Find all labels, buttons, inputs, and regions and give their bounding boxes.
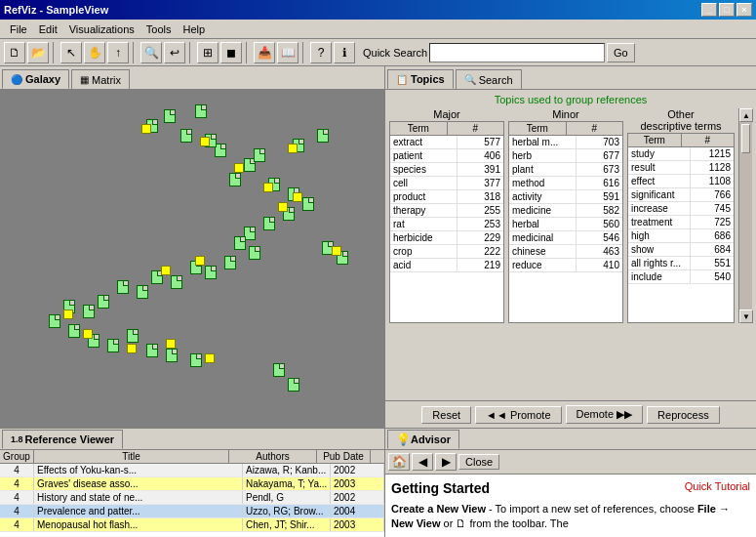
minor-table-row[interactable]: reduce410 [509, 259, 622, 272]
sep4 [246, 42, 250, 63]
col-scroll-space [371, 450, 384, 463]
major-table-row[interactable]: crop222 [390, 245, 503, 259]
tab-galaxy[interactable]: 🔵 Galaxy [2, 69, 69, 89]
major-table-row[interactable]: species391 [390, 163, 503, 177]
minor-table-row[interactable]: herb677 [509, 149, 622, 163]
advisor-close-button[interactable]: Close [458, 454, 499, 470]
search-tab-icon: 🔍 [464, 74, 476, 85]
tab-matrix[interactable]: ▦ Matrix [71, 69, 130, 89]
sep1 [53, 42, 57, 63]
other-table-row[interactable]: all rights r...551 [628, 257, 734, 270]
topics-scrollbar[interactable]: ▲ ▼ [738, 108, 752, 323]
up-tool[interactable]: ↑ [107, 42, 129, 63]
yellow-marker [127, 344, 137, 353]
minimize-button[interactable]: _ [701, 3, 717, 17]
tab-topics[interactable]: 📋 Topics [387, 69, 454, 89]
minor-table-row[interactable]: method616 [509, 177, 622, 190]
promote-button[interactable]: ◄◄ Promote [475, 406, 561, 424]
other-table-row[interactable]: show684 [628, 243, 734, 257]
go-button[interactable]: Go [607, 43, 635, 62]
tab-ref-viewer[interactable]: 1.8 Reference Viewer [2, 430, 123, 449]
reset-button[interactable]: Reset [421, 406, 471, 424]
major-table-row[interactable]: patient406 [390, 149, 503, 163]
yellow-marker [166, 339, 176, 349]
cursor-tool[interactable]: ↖ [60, 42, 82, 63]
other-table-row[interactable]: result1128 [628, 161, 734, 175]
minor-table-row[interactable]: chinese463 [509, 245, 622, 259]
rotate-tool[interactable]: ↩ [164, 42, 185, 63]
minor-table-row[interactable]: activity591 [509, 190, 622, 204]
major-table-row[interactable]: cell377 [390, 177, 503, 190]
doc-icon [117, 280, 129, 294]
minor-table-row[interactable]: herbal m...703 [509, 136, 622, 149]
advisor-home-btn[interactable]: 🏠 [388, 453, 410, 471]
minor-table-row[interactable]: herbal560 [509, 218, 622, 231]
major-table-row[interactable]: herbicide229 [390, 231, 503, 245]
right-panel: 📋 Topics 🔍 Search Topics used to group r… [385, 66, 756, 428]
major-table-row[interactable]: acid219 [390, 259, 503, 272]
major-table-row[interactable]: therapy255 [390, 204, 503, 218]
ref-table-row[interactable]: 4 Effects of Yoku-kan-s... Aizawa, R; Ka… [0, 464, 384, 477]
other-table-row[interactable]: treatment725 [628, 216, 734, 229]
quick-tutorial-link[interactable]: Quick Tutorial [685, 480, 750, 492]
scroll-down-btn[interactable]: ▼ [739, 310, 753, 323]
search-tool[interactable]: 🔍 [140, 42, 162, 63]
info-tool[interactable]: ℹ [334, 42, 355, 63]
scroll-up-btn[interactable]: ▲ [739, 108, 753, 122]
tab-search[interactable]: 🔍 Search [456, 69, 522, 89]
galaxy-canvas[interactable] [0, 90, 384, 428]
fill-tool[interactable]: ◼ [220, 42, 242, 63]
ref-table-row[interactable]: 4 History and state of ne... Pendl, G 20… [0, 491, 384, 505]
scroll-thumb[interactable] [741, 124, 750, 153]
major-table-row[interactable]: product318 [390, 190, 503, 204]
pan-tool[interactable]: ✋ [84, 42, 105, 63]
menu-edit[interactable]: Edit [33, 21, 63, 37]
menu-help[interactable]: Help [177, 21, 211, 37]
other-table-row[interactable]: include540 [628, 270, 734, 284]
yellow-marker [332, 246, 341, 256]
doc-icon [254, 148, 265, 162]
advisor-forward-btn[interactable]: ▶ [435, 453, 457, 471]
advisor-back-btn[interactable]: ◀ [412, 453, 433, 471]
menu-file[interactable]: File [4, 21, 33, 37]
doc-icon [68, 324, 80, 338]
col-group: Group [0, 450, 34, 463]
other-table-row[interactable]: effect1108 [628, 175, 734, 188]
other-table-row[interactable]: high686 [628, 229, 734, 243]
advisor-body: Create a New View - To import a new set … [391, 502, 750, 532]
major-table-row[interactable]: rat253 [390, 218, 503, 231]
minor-table-row[interactable]: medicinal546 [509, 231, 622, 245]
demote-button[interactable]: Demote ▶▶ [566, 405, 644, 424]
import-tool[interactable]: 📥 [254, 42, 275, 63]
ref-table-row[interactable]: 4 Graves' disease asso... Nakayama, T; Y… [0, 477, 384, 491]
ref-table-body[interactable]: 4 Effects of Yoku-kan-s... Aizawa, R; Ka… [0, 464, 384, 537]
minor-table-row[interactable]: medicine582 [509, 204, 622, 218]
yellow-marker [195, 256, 205, 266]
ref-table-header: Group Title Authors Pub Date [0, 450, 384, 464]
minor-column: Minor Term # herbal m...703herb677plant6… [508, 108, 623, 323]
tab-advisor[interactable]: 💡 Advisor [387, 430, 459, 449]
doc-icon [317, 129, 329, 143]
doc-icon [302, 197, 314, 211]
ref-table-row[interactable]: 4 Prevalence and patter... Uzzo, RG; Bro… [0, 505, 384, 518]
search-input[interactable] [429, 43, 605, 62]
other-table-row[interactable]: increase745 [628, 202, 734, 216]
book-tool[interactable]: 📖 [277, 42, 298, 63]
help-tool[interactable]: ? [310, 42, 332, 63]
other-table-row[interactable]: study1215 [628, 147, 734, 161]
grid-tool[interactable]: ⊞ [197, 42, 219, 63]
app-title: RefViz - SampleView [4, 4, 108, 16]
ref-table-row[interactable]: 4 Menopausal hot flash... Chen, JT; Shir… [0, 518, 384, 532]
other-table-row[interactable]: significant766 [628, 188, 734, 202]
open-button[interactable]: 📂 [27, 42, 49, 63]
menu-tools[interactable]: Tools [140, 21, 178, 37]
major-table-row[interactable]: extract577 [390, 136, 503, 149]
new-button[interactable]: 🗋 [4, 42, 25, 63]
major-term-header: Term [390, 122, 448, 135]
menu-visualizations[interactable]: Visualizations [63, 21, 140, 37]
maximize-button[interactable]: □ [719, 3, 735, 17]
main-area: 🔵 Galaxy ▦ Matrix [0, 66, 756, 428]
close-button[interactable]: × [736, 3, 752, 17]
minor-table-row[interactable]: plant673 [509, 163, 622, 177]
reprocess-button[interactable]: Reprocess [647, 406, 720, 424]
